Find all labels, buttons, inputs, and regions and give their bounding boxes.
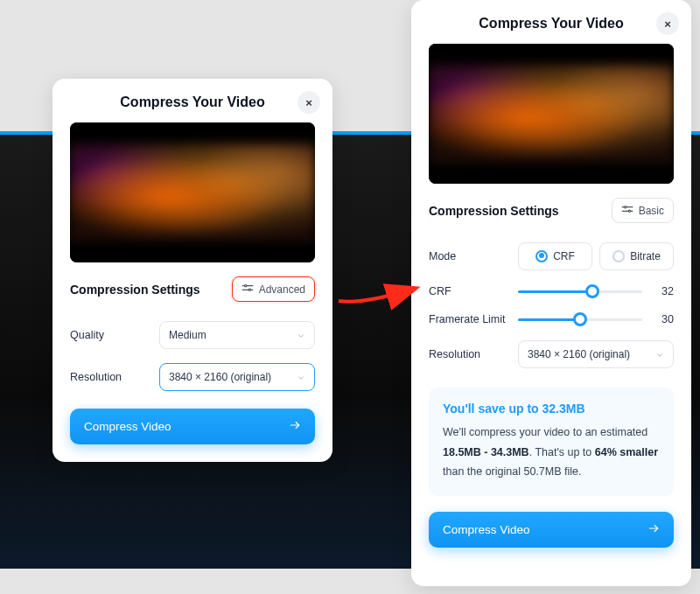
advanced-toggle-label: Advanced	[259, 283, 305, 296]
framerate-fill	[518, 318, 580, 321]
framerate-value: 30	[653, 313, 674, 325]
resolution-value: 3840 × 2160 (original)	[169, 371, 271, 383]
arrow-right-icon	[289, 419, 301, 434]
crf-slider[interactable]	[518, 284, 642, 298]
resolution-label: Resolution	[70, 371, 149, 383]
resolution-select[interactable]: 3840 × 2160 (original)	[518, 340, 674, 368]
advanced-toggle[interactable]: Advanced	[232, 276, 315, 302]
quality-value: Medium	[169, 329, 206, 341]
framerate-label: Framerate Limit	[429, 313, 508, 325]
video-thumbnail	[429, 44, 674, 184]
close-button[interactable]: ×	[298, 91, 320, 114]
mode-opt-bitrate[interactable]: Bitrate	[599, 242, 674, 270]
video-thumbnail	[70, 122, 315, 262]
chevron-down-icon	[297, 331, 305, 339]
arrow-right-icon	[648, 522, 660, 537]
compress-button-label: Compress Video	[443, 523, 530, 536]
close-icon: ×	[664, 17, 671, 31]
quality-select[interactable]: Medium	[159, 321, 315, 349]
framerate-knob	[573, 312, 587, 326]
savings-info-card: You'll save up to 32.3MB We'll compress …	[429, 388, 674, 496]
basic-toggle-label: Basic	[639, 205, 664, 217]
chevron-down-icon	[297, 373, 305, 381]
mode-opt-crf[interactable]: CRF	[518, 242, 592, 270]
radio-selected-icon	[536, 250, 548, 262]
settings-heading: Compression Settings	[429, 204, 559, 218]
chevron-down-icon	[655, 350, 664, 359]
compress-button[interactable]: Compress Video	[429, 512, 674, 548]
crf-label: CRF	[429, 285, 508, 297]
compress-panel-advanced: Compress Your Video × Compression Settin…	[411, 0, 691, 586]
savings-body: We'll compress your video to an estimate…	[443, 423, 660, 482]
resolution-label: Resolution	[429, 348, 508, 360]
mode-label: Mode	[429, 250, 508, 262]
settings-heading: Compression Settings	[70, 283, 200, 297]
radio-unselected-icon	[612, 250, 625, 262]
close-icon: ×	[305, 96, 312, 109]
resolution-value: 3840 × 2160 (original)	[528, 348, 630, 360]
compress-panel-basic: Compress Your Video × Compression Settin…	[52, 79, 332, 462]
crf-value: 32	[653, 285, 674, 297]
crf-fill	[518, 290, 592, 293]
framerate-slider[interactable]	[518, 312, 642, 326]
close-button[interactable]: ×	[656, 12, 679, 35]
mode-opt-bitrate-label: Bitrate	[630, 250, 661, 262]
compress-button[interactable]: Compress Video	[70, 409, 315, 444]
crf-knob	[585, 284, 599, 298]
panel-title: Compress Your Video	[479, 16, 623, 31]
compress-button-label: Compress Video	[84, 420, 172, 433]
sliders-icon	[242, 282, 254, 297]
basic-toggle[interactable]: Basic	[612, 198, 674, 223]
mode-opt-crf-label: CRF	[553, 250, 575, 262]
sliders-icon	[621, 203, 634, 218]
resolution-select[interactable]: 3840 × 2160 (original)	[159, 363, 315, 391]
quality-label: Quality	[70, 329, 149, 341]
panel-title: Compress Your Video	[120, 94, 264, 110]
savings-heading: You'll save up to 32.3MB	[443, 402, 660, 416]
